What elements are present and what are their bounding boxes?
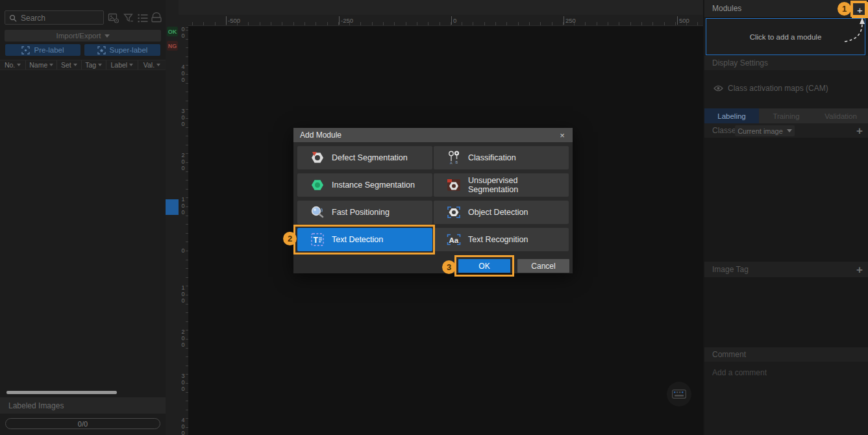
module-option-instance-segmentation[interactable]: Instance Segmentation bbox=[297, 173, 432, 197]
search-input[interactable] bbox=[19, 12, 103, 25]
text-recognition-icon: Aa bbox=[446, 232, 462, 247]
tutorial-arrow bbox=[842, 16, 868, 44]
module-label: Defect Segmentation bbox=[332, 153, 408, 162]
cam-toggle-row[interactable]: Class activation maps (CAM) bbox=[713, 82, 863, 95]
column-header-set[interactable]: Set bbox=[57, 60, 81, 69]
svg-text:B: B bbox=[456, 160, 458, 164]
tab-label: Labeling bbox=[717, 112, 745, 120]
module-option-classification[interactable]: A B Classification bbox=[434, 146, 569, 169]
column-header-name[interactable]: Name bbox=[26, 60, 57, 69]
module-option-fast-positioning[interactable]: Fast Positioning bbox=[297, 201, 432, 224]
unsupervised-segmentation-icon bbox=[446, 177, 462, 193]
module-label: Text Detection bbox=[332, 235, 383, 244]
ruler-label: 400 bbox=[180, 417, 186, 435]
image-settings-icon[interactable] bbox=[108, 12, 119, 24]
keyboard-icon bbox=[672, 390, 686, 399]
plus-icon: + bbox=[857, 5, 863, 15]
sort-caret-icon bbox=[98, 64, 102, 66]
import-export-button[interactable]: Import/Export bbox=[5, 30, 161, 42]
column-header-tag[interactable]: Tag bbox=[82, 60, 106, 69]
tab-labeling[interactable]: Labeling bbox=[704, 108, 759, 123]
ruler-label: 100 bbox=[180, 196, 186, 216]
ruler-label: 250 bbox=[564, 16, 576, 25]
archive-box-icon[interactable] bbox=[151, 12, 162, 24]
fast-positioning-icon bbox=[310, 205, 325, 220]
image-tag-label: Image Tag bbox=[712, 265, 749, 274]
search-icon bbox=[9, 14, 17, 22]
step-3-badge: 3 bbox=[442, 260, 456, 274]
add-class-button[interactable]: + bbox=[856, 125, 863, 138]
caret-down-icon bbox=[105, 34, 110, 38]
superlabel-button[interactable]: Super-label bbox=[84, 44, 160, 56]
image-tag-list bbox=[704, 277, 868, 347]
svg-text:T: T bbox=[314, 236, 319, 245]
ng-status-badge[interactable]: NG bbox=[167, 41, 178, 51]
ng-label: NG bbox=[168, 43, 177, 49]
module-option-text-recognition[interactable]: Aa Text Recognition bbox=[434, 228, 569, 251]
column-label: Name bbox=[29, 61, 47, 69]
ruler-label: 400 bbox=[180, 64, 186, 83]
display-settings-header: Display Settings bbox=[704, 56, 868, 70]
sort-caret-icon bbox=[49, 64, 53, 66]
properties-panel: Modules + Click to add a module Display … bbox=[704, 0, 868, 435]
prelabel-label: Pre-label bbox=[34, 46, 64, 54]
search-box[interactable] bbox=[5, 10, 104, 25]
vertical-ruler: 500 400 300 200 100 0 100 200 300 400 bbox=[179, 26, 188, 435]
module-option-unsupervised-segmentation[interactable]: Unsupervised Segmentation bbox=[434, 173, 569, 197]
prelabel-button[interactable]: Pre-label bbox=[5, 44, 81, 56]
cam-label: Class activation maps (CAM) bbox=[728, 84, 828, 93]
column-label: No. bbox=[5, 61, 15, 69]
comment-label: Comment bbox=[712, 350, 746, 359]
comment-header: Comment bbox=[704, 347, 868, 362]
classes-scope-dropdown[interactable]: Current image bbox=[735, 125, 795, 136]
image-tag-header: Image Tag + bbox=[704, 262, 868, 277]
ok-label: OK bbox=[168, 29, 177, 35]
module-option-defect-segmentation[interactable]: Defect Segmentation bbox=[297, 146, 432, 169]
instance-segmentation-icon bbox=[310, 177, 325, 193]
shortcut-keys-button[interactable] bbox=[667, 382, 691, 406]
step-1-badge: 1 bbox=[837, 2, 851, 16]
list-view-icon[interactable] bbox=[137, 12, 149, 24]
caret-down-icon bbox=[787, 129, 792, 132]
column-header-val[interactable]: Val. bbox=[138, 60, 166, 69]
module-option-object-detection[interactable]: Object Detection bbox=[434, 201, 569, 224]
ruler-label: 0 bbox=[180, 247, 186, 254]
svg-text:A: A bbox=[450, 161, 453, 165]
comment-input[interactable] bbox=[704, 362, 868, 435]
ok-status-badge[interactable]: OK bbox=[167, 27, 178, 36]
horizontal-scrollbar[interactable] bbox=[6, 391, 117, 394]
ok-button[interactable]: OK bbox=[458, 259, 510, 273]
sort-caret-icon bbox=[129, 64, 133, 66]
tab-validation[interactable]: Validation bbox=[813, 108, 868, 123]
app-window: Import/Export Pre-label Super-label No. … bbox=[0, 0, 868, 435]
dialog-title: Add Module bbox=[300, 130, 341, 140]
column-label: Tag bbox=[85, 61, 96, 69]
close-icon[interactable]: × bbox=[557, 130, 567, 140]
labeled-images-header: Labeled Images bbox=[0, 397, 166, 414]
text-detection-icon: T bbox=[310, 232, 325, 247]
sort-caret-icon bbox=[156, 64, 160, 66]
add-image-tag-button[interactable]: + bbox=[856, 264, 863, 277]
filter-icon[interactable] bbox=[123, 12, 134, 24]
column-header-no[interactable]: No. bbox=[0, 60, 26, 69]
ruler-label: 200 bbox=[180, 329, 186, 348]
tab-training[interactable]: Training bbox=[759, 108, 813, 123]
tab-label: Validation bbox=[825, 112, 857, 120]
module-label: Instance Segmentation bbox=[332, 180, 415, 190]
display-settings-label: Display Settings bbox=[712, 58, 768, 68]
ruler-label: -250 bbox=[339, 16, 353, 25]
import-export-label: Import/Export bbox=[56, 32, 101, 40]
validation-status-strip bbox=[166, 0, 179, 435]
selected-image-indicator[interactable] bbox=[166, 199, 180, 215]
cancel-button[interactable]: Cancel bbox=[517, 259, 569, 273]
classes-scope-value: Current image bbox=[738, 127, 783, 135]
module-option-text-detection[interactable]: T Text Detection bbox=[297, 228, 432, 251]
sort-caret-icon bbox=[73, 64, 77, 66]
labeled-images-progress: 0/0 bbox=[5, 418, 160, 429]
column-header-label[interactable]: Label bbox=[106, 60, 138, 69]
step-number: 2 bbox=[288, 234, 292, 243]
step-number: 1 bbox=[842, 4, 847, 14]
dialog-title-bar[interactable]: Add Module × bbox=[293, 128, 573, 142]
classes-row: Classes Current image + bbox=[704, 123, 868, 138]
add-module-hint: Click to add a module bbox=[750, 33, 822, 41]
